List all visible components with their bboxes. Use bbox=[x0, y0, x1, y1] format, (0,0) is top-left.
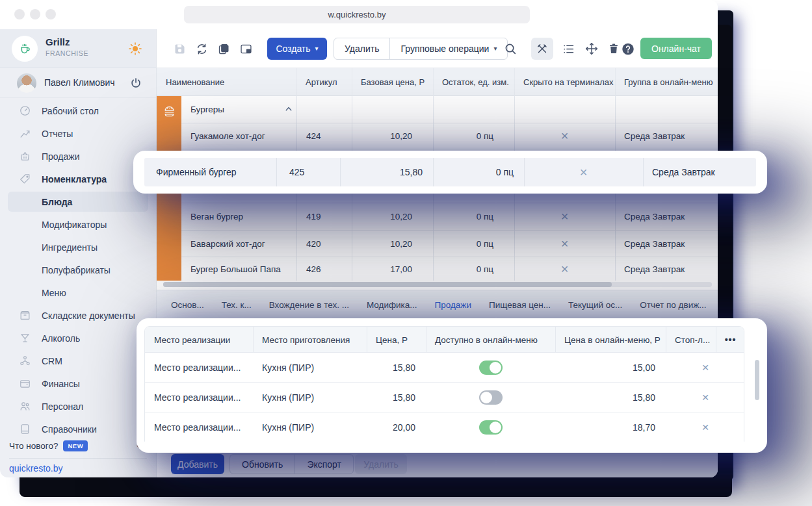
stoplist-cross-mark: × bbox=[666, 412, 745, 442]
group-operations-button[interactable]: Групповые операции ▾ bbox=[389, 38, 507, 59]
user-row[interactable]: Павел Климович bbox=[0, 68, 156, 98]
panel-footer: Добавить Обновить Экспорт Удалить bbox=[157, 454, 718, 477]
caret-down-icon: ▾ bbox=[315, 45, 319, 52]
sidebar-item-warehouse[interactable]: Складские документы bbox=[0, 304, 156, 327]
column-header[interactable]: Место приготовления bbox=[262, 327, 350, 353]
sidebar-item-crm[interactable]: CRM bbox=[0, 349, 156, 372]
tools-icon[interactable] bbox=[531, 38, 553, 60]
user-name: Павел Климович bbox=[44, 77, 115, 88]
highlighted-row[interactable]: Фирменный бургер 425 15,80 0 пц × Среда … bbox=[144, 158, 756, 186]
table-row[interactable]: Гуакамоле хот-дог 424 10,20 0 пц × Среда… bbox=[181, 123, 718, 149]
sidebar-subitem-dishes[interactable]: Блюда bbox=[8, 192, 148, 212]
group-row-burgers[interactable]: Бургеры bbox=[181, 96, 718, 123]
new-badge: NEW bbox=[63, 440, 88, 451]
sidebar-item-label: Справочники bbox=[42, 424, 97, 435]
search-icon[interactable] bbox=[503, 42, 517, 56]
horizontal-scrollbar-thumb[interactable] bbox=[163, 282, 612, 287]
online-menu-toggle[interactable] bbox=[479, 420, 503, 435]
dish-price: 10,20 bbox=[352, 203, 423, 230]
copy-icon[interactable] bbox=[216, 42, 231, 56]
sidebar-subitem-menu[interactable]: Меню bbox=[0, 281, 156, 304]
tab-tech-card[interactable]: Тех. к... bbox=[222, 300, 252, 310]
sidebar-item-reports[interactable]: Отчеты bbox=[0, 122, 156, 145]
delete-button[interactable]: Удалить bbox=[334, 38, 389, 59]
whats-new[interactable]: Что нового? NEW bbox=[9, 440, 88, 451]
tag-icon bbox=[18, 173, 31, 186]
sales-online-price: 15,00 bbox=[555, 353, 666, 383]
sidebar-item-dashboard[interactable]: Рабочий стол bbox=[0, 99, 156, 122]
site-link[interactable]: quickresto.by bbox=[9, 463, 62, 474]
sales-row[interactable]: Место реализации... Кухня (ПИР) 15,80 15… bbox=[145, 383, 744, 412]
trash-icon[interactable] bbox=[607, 42, 621, 56]
sidebar-item-sales[interactable]: Продажи bbox=[0, 145, 156, 168]
list-settings-icon[interactable] bbox=[561, 42, 575, 56]
horizontal-scrollbar[interactable] bbox=[163, 282, 712, 287]
column-header[interactable]: Цена, Р bbox=[376, 327, 408, 353]
sidebar-item-nomenclature[interactable]: Номенклатура bbox=[0, 168, 156, 190]
table-row[interactable]: Баварский хот-дог 420 10,20 0 пц × Среда… bbox=[181, 231, 718, 257]
sidebar-subitem-modifiers[interactable]: Модификаторы bbox=[0, 213, 156, 236]
tab-modifiers[interactable]: Модифика... bbox=[367, 300, 417, 310]
refresh-icon[interactable] bbox=[194, 42, 209, 56]
help-icon[interactable] bbox=[621, 42, 635, 56]
vertical-scrollbar-thumb[interactable] bbox=[755, 360, 759, 400]
tab-current-stock[interactable]: Текущий ос... bbox=[568, 300, 622, 310]
create-button[interactable]: Создать ▾ bbox=[267, 38, 327, 60]
dish-name: Фирменный бургер bbox=[156, 158, 237, 186]
column-header[interactable]: Место реализации bbox=[154, 327, 230, 353]
sidebar-item-alcohol[interactable]: Алкоголь bbox=[0, 327, 156, 349]
save-icon[interactable] bbox=[172, 42, 187, 56]
column-header[interactable]: Скрыто на терминалах bbox=[523, 68, 614, 96]
more-options-icon[interactable]: ••• bbox=[716, 327, 745, 353]
sidebar-item-staff[interactable]: Персонал bbox=[0, 395, 156, 418]
column-header[interactable]: Цена в онлайн-меню, Р bbox=[564, 327, 661, 353]
logout-power-icon[interactable] bbox=[129, 76, 143, 90]
tab-main[interactable]: Основ... bbox=[171, 300, 204, 310]
chevron-up-icon[interactable] bbox=[282, 103, 295, 116]
tab-sales[interactable]: Продажи bbox=[435, 300, 471, 310]
move-icon[interactable] bbox=[584, 42, 599, 56]
dock-window-icon[interactable] bbox=[239, 42, 253, 56]
online-menu-toggle[interactable] bbox=[479, 361, 503, 375]
sales-row[interactable]: Место реализации... Кухня (ПИР) 15,80 15… bbox=[145, 353, 744, 383]
table-row[interactable]: Бургер Большой Папа 426 17,00 0 пц × Сре… bbox=[181, 257, 718, 281]
column-header[interactable]: Доступно в онлайн-меню bbox=[435, 327, 538, 353]
org-chart-icon bbox=[18, 355, 31, 368]
tab-tech-entry[interactable]: Вхождение в тех. ... bbox=[269, 300, 349, 310]
sales-table-header: Место реализации Место приготовления Цен… bbox=[145, 327, 744, 353]
sales-row[interactable]: Место реализации... Кухня (ПИР) 20,00 18… bbox=[145, 412, 744, 442]
sidebar-subitem-semifinished[interactable]: Полуфабрикаты bbox=[0, 259, 156, 281]
online-menu-toggle[interactable] bbox=[479, 390, 503, 405]
column-header[interactable]: Стоп-л... bbox=[675, 327, 710, 353]
table-row[interactable]: Веган бургер 419 10,20 0 пц × Среда Завт… bbox=[181, 203, 718, 231]
online-chat-button[interactable]: Онлайн-чат bbox=[640, 38, 712, 59]
highlighted-row-card[interactable]: Фирменный бургер 425 15,80 0 пц × Среда … bbox=[133, 151, 767, 194]
toolbar: Создать ▾ Удалить Групповые операции ▾ bbox=[157, 29, 718, 68]
add-button[interactable]: Добавить bbox=[171, 454, 224, 474]
stoplist-cross-mark: × bbox=[666, 383, 745, 412]
column-header[interactable]: Наименование bbox=[166, 68, 224, 96]
dish-online-group: Среда Завтрак bbox=[624, 231, 685, 257]
export-button[interactable]: Экспорт bbox=[295, 455, 353, 474]
refresh-button[interactable]: Обновить bbox=[230, 455, 295, 474]
sidebar-item-label: Продажи bbox=[42, 151, 79, 162]
sidebar-item-label: Алкоголь bbox=[42, 333, 80, 344]
column-header[interactable]: Базовая цена, Р bbox=[361, 68, 425, 96]
address-bar[interactable]: w.quickresto.by bbox=[184, 6, 530, 23]
sidebar-item-finance[interactable]: Финансы bbox=[0, 372, 156, 395]
theme-sun-icon[interactable] bbox=[127, 41, 143, 57]
sales-place: Место реализации... bbox=[154, 383, 241, 412]
tab-nutrition[interactable]: Пищевая цен... bbox=[489, 300, 551, 310]
sidebar-item-directories[interactable]: Справочники bbox=[0, 418, 156, 440]
column-divider bbox=[643, 158, 644, 186]
hidden-cross-mark: × bbox=[514, 257, 615, 281]
tab-movement-report[interactable]: Отчет по движ... bbox=[640, 300, 706, 310]
detail-tabs: Основ... Тех. к... Вхождение в тех. ... … bbox=[157, 290, 718, 320]
delete-disabled-button: Удалить bbox=[355, 454, 407, 474]
column-header[interactable]: Группа в онлайн-меню bbox=[624, 68, 713, 96]
sales-price: 20,00 bbox=[367, 412, 426, 442]
sidebar-subitem-ingredients[interactable]: Ингредиенты bbox=[0, 236, 156, 259]
column-header[interactable]: Артикул bbox=[306, 68, 337, 96]
window-minimize-dot bbox=[30, 9, 40, 19]
column-header[interactable]: Остаток, ед. изм. bbox=[442, 68, 509, 96]
